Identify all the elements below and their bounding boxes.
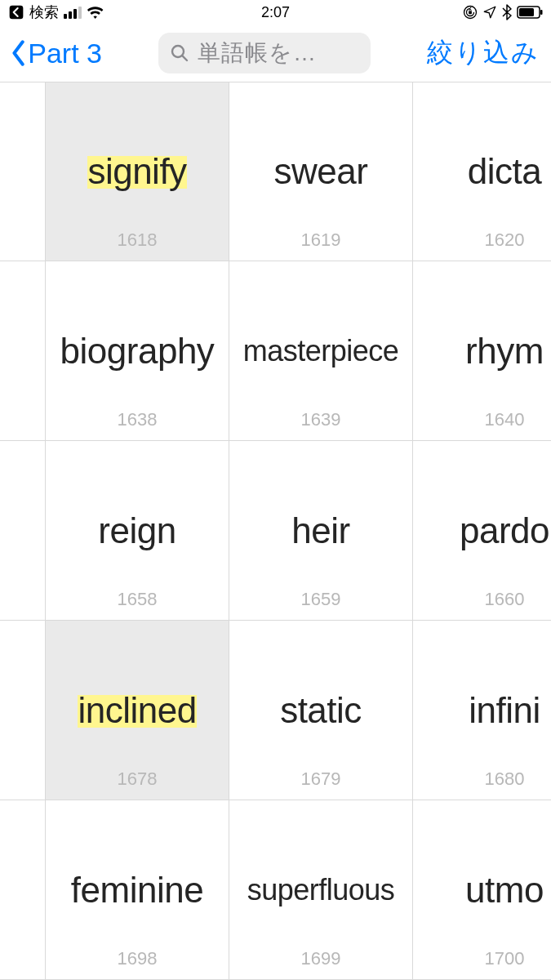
word-cell[interactable]: static1679 — [229, 621, 413, 800]
word-cell[interactable]: edia — [0, 261, 46, 441]
search-placeholder: 単語帳を… — [198, 38, 317, 69]
word-text: masterpiece — [243, 334, 399, 368]
status-time: 2:07 — [261, 4, 290, 21]
word-cell[interactable]: ine — [0, 800, 46, 980]
svg-rect-4 — [519, 8, 534, 16]
word-cell[interactable]: dicta1620 — [413, 82, 551, 261]
nav-bar: Part 3 単語帳を… 絞り込み — [0, 24, 551, 82]
search-input[interactable]: 単語帳を… — [158, 33, 371, 74]
word-text: signify — [87, 151, 186, 191]
grid-row: inefeminine1698superfluous1699utmo1700 — [0, 800, 551, 980]
grid-row: leinclined1678static1679infini1680 — [0, 621, 551, 800]
word-number: 1638 — [46, 409, 229, 430]
word-number: 1700 — [413, 948, 551, 969]
word-number: 1679 — [229, 768, 412, 790]
grid-row: ctsignify1618swear1619dicta1620 — [0, 82, 551, 261]
word-text: biography — [60, 331, 215, 371]
word-number: 1660 — [413, 589, 551, 610]
word-grid: ctsignify1618swear1619dicta1620ediabiogr… — [0, 82, 551, 980]
word-number: 1680 — [413, 768, 551, 790]
word-text: swear — [274, 151, 368, 191]
word-grid-viewport: ctsignify1618swear1619dicta1620ediabiogr… — [0, 82, 551, 980]
search-icon — [170, 43, 189, 63]
chevron-left-icon — [11, 40, 26, 66]
word-cell[interactable]: ct — [0, 82, 46, 261]
word-cell[interactable]: le — [0, 621, 46, 800]
word-cell[interactable]: chy — [0, 441, 46, 621]
wifi-icon — [87, 6, 104, 19]
word-text: heir — [291, 510, 349, 550]
word-cell[interactable]: inclined1678 — [46, 621, 229, 800]
status-right — [463, 4, 543, 20]
word-cell[interactable]: pardo1660 — [413, 441, 551, 621]
svg-rect-0 — [10, 6, 24, 20]
svg-rect-2 — [469, 11, 472, 15]
word-text: rhym — [465, 331, 544, 371]
word-cell[interactable]: swear1619 — [229, 82, 413, 261]
status-left: 検索 — [8, 2, 104, 22]
word-cell[interactable]: infini1680 — [413, 621, 551, 800]
word-number: 1640 — [413, 409, 551, 430]
word-text: dicta — [468, 151, 541, 191]
word-cell[interactable]: biography1638 — [46, 261, 229, 441]
app-back-icon — [8, 4, 24, 20]
word-number: 1620 — [413, 229, 551, 251]
word-cell[interactable]: superfluous1699 — [229, 800, 413, 980]
grid-row: ediabiography1638masterpiece1639rhym1640 — [0, 261, 551, 441]
status-bar: 検索 2:07 — [0, 0, 551, 24]
bluetooth-icon — [502, 4, 512, 20]
word-number: 1658 — [46, 589, 229, 610]
word-text: static — [280, 690, 362, 730]
word-number: 1659 — [229, 589, 412, 610]
word-text: reign — [98, 510, 176, 550]
battery-icon — [517, 6, 543, 19]
back-label: Part 3 — [28, 38, 102, 69]
word-text: inclined — [78, 690, 196, 730]
word-number: 1699 — [229, 948, 412, 969]
word-number: 1619 — [229, 229, 412, 251]
word-number: 1639 — [229, 409, 412, 430]
back-button[interactable]: Part 3 — [11, 38, 102, 69]
word-text: utmo — [465, 870, 544, 910]
word-text: pardo — [460, 510, 549, 550]
word-cell[interactable]: masterpiece1639 — [229, 261, 413, 441]
grid-row: chyreign1658heir1659pardo1660 — [0, 441, 551, 621]
location-icon — [482, 5, 497, 20]
svg-rect-5 — [540, 10, 543, 15]
orientation-lock-icon — [463, 5, 478, 20]
word-cell[interactable]: feminine1698 — [46, 800, 229, 980]
signal-icon — [64, 7, 82, 19]
word-text: infini — [469, 690, 540, 730]
word-cell[interactable]: signify1618 — [46, 82, 229, 261]
word-cell[interactable]: heir1659 — [229, 441, 413, 621]
word-number: 1678 — [46, 768, 229, 790]
svg-line-7 — [182, 56, 187, 60]
word-cell[interactable]: utmo1700 — [413, 800, 551, 980]
word-text: feminine — [71, 870, 203, 910]
filter-button[interactable]: 絞り込み — [427, 35, 540, 71]
word-number: 1698 — [46, 948, 229, 969]
word-cell[interactable]: reign1658 — [46, 441, 229, 621]
word-number: 1618 — [46, 229, 229, 251]
word-cell[interactable]: rhym1640 — [413, 261, 551, 441]
word-text: superfluous — [247, 873, 395, 906]
status-search-label: 検索 — [29, 2, 59, 22]
